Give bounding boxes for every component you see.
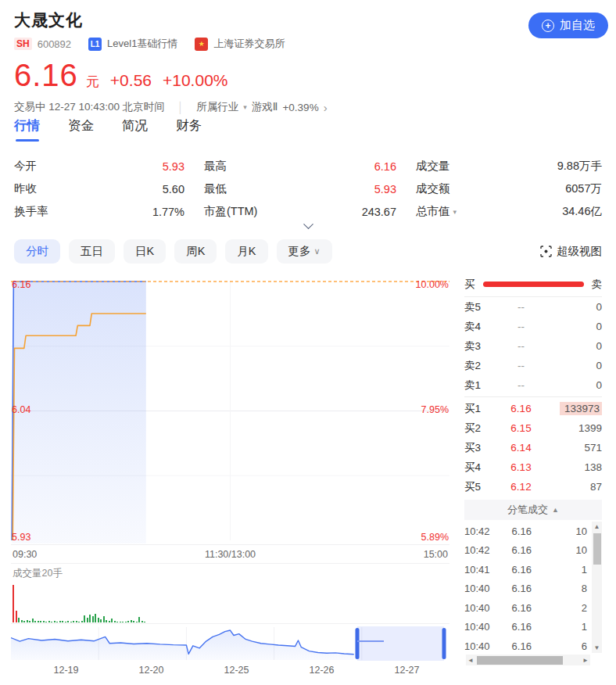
overview-dates: 12-1912-2012-2512-2612-27	[23, 665, 449, 676]
stat-label[interactable]: 总市值▾	[416, 204, 457, 219]
caret-down-icon[interactable]: ▾	[453, 208, 457, 216]
stat-value: 1.77%	[152, 206, 184, 218]
tick-row: 10:406.161	[464, 618, 590, 637]
stat-row: 最低5.93	[204, 178, 396, 200]
volume-bar	[65, 622, 66, 622]
horizontal-scrollbar[interactable]: ◄ ►	[466, 655, 590, 665]
volume-bar	[56, 622, 58, 622]
tick-section-label: 分笔成交	[507, 503, 548, 517]
add-watchlist-button[interactable]: + 加自选	[528, 13, 608, 38]
volume-bar	[54, 621, 56, 622]
stock-code: 600892	[38, 38, 71, 50]
volume-bar	[70, 622, 72, 622]
divider	[464, 396, 602, 397]
minute-chart[interactable]: 6.16 10.00% 6.04 7.95% 5.93 5.89%	[11, 275, 449, 545]
horizontal-scroll-thumb[interactable]	[477, 656, 563, 665]
sell-row-卖1[interactable]: 卖1--0	[464, 375, 602, 395]
overview-chart[interactable]	[11, 626, 449, 662]
industry-name[interactable]: 游戏Ⅱ	[252, 100, 278, 114]
period-pills: 分时五日日K周K月K更多∨	[14, 239, 332, 264]
volume-bar	[138, 617, 140, 622]
volume-bar	[98, 618, 99, 622]
volume-bar	[92, 616, 94, 622]
sell-row-卖4[interactable]: 卖4--0	[464, 317, 602, 336]
quote-level-label: Level1基础行情	[107, 37, 177, 51]
chevron-down-icon	[303, 219, 313, 229]
time-tick: 15:00	[424, 549, 448, 560]
tick-section-toggle[interactable]: 分笔成交 ▲	[464, 500, 602, 520]
superview-button[interactable]: 超级视图	[540, 244, 602, 259]
period-pill-日K[interactable]: 日K	[124, 239, 166, 264]
volume-bar	[59, 621, 61, 622]
brush-selection[interactable]	[357, 626, 444, 661]
buy-row-买2[interactable]: 买26.151399	[464, 418, 602, 438]
price-change-pct: +10.00%	[163, 71, 228, 90]
volume-bar	[131, 620, 132, 622]
scroll-up-icon[interactable]: ▲	[592, 522, 602, 532]
scroll-right-icon[interactable]: ►	[581, 655, 590, 665]
chevron-right-icon[interactable]: ›	[324, 101, 328, 114]
brush-handle-right[interactable]	[442, 628, 446, 659]
superview-label: 超级视图	[557, 244, 602, 259]
china-flag-icon: ★	[195, 38, 208, 51]
stock-detail-page: 大晟文化 SH 600892 L1 Level1基础行情 ★ 上海证券交易所 +…	[0, 0, 616, 685]
date-tick: 12-26	[279, 665, 364, 676]
header: 大晟文化 SH 600892 L1 Level1基础行情 ★ 上海证券交易所	[14, 9, 602, 51]
scroll-left-icon[interactable]: ◄	[466, 655, 475, 665]
scroll-down-icon[interactable]: ▼	[592, 643, 602, 653]
stat-value: 9.88万手	[557, 159, 602, 174]
stat-row: 成交额6057万	[416, 178, 602, 200]
period-pill-月K[interactable]: 月K	[225, 239, 267, 264]
y-label-bottom-left: 5.93	[12, 532, 30, 543]
tick-row: 10:426.1610	[464, 522, 590, 541]
tab-简况[interactable]: 简况	[122, 117, 148, 142]
order-book-panel: 买 卖 卖5--0卖4--0卖3--0卖2--0卖1--0 买16.161339…	[464, 272, 602, 665]
stat-row: 成交量9.88万手	[416, 155, 602, 178]
sell-row-卖5[interactable]: 卖5--0	[464, 297, 602, 317]
period-pill-label: 日K	[135, 244, 154, 259]
expand-stats-button[interactable]	[298, 220, 318, 232]
date-tick: 12-25	[194, 665, 279, 676]
period-row: 分时五日日K周K月K更多∨ 超级视图	[14, 239, 602, 264]
sell-label: 卖	[592, 278, 603, 292]
volume-pane[interactable]: 成交量20手	[11, 564, 449, 624]
stat-value: 6057万	[565, 181, 602, 196]
period-pill-更多[interactable]: 更多∨	[277, 239, 332, 264]
buy-row-买1[interactable]: 买16.16133973	[464, 399, 602, 418]
vertical-scroll-thumb[interactable]	[593, 533, 601, 565]
volume-bar	[27, 620, 28, 622]
tab-行情[interactable]: 行情	[14, 117, 40, 142]
volume-bar	[73, 621, 74, 622]
volume-bar	[67, 621, 69, 622]
volume-bar	[141, 621, 143, 622]
volume-bar	[133, 621, 134, 622]
tab-财务[interactable]: 财务	[176, 117, 202, 142]
volume-bar	[18, 618, 20, 622]
sell-row-卖3[interactable]: 卖3--0	[464, 336, 602, 356]
period-pill-周K[interactable]: 周K	[174, 239, 217, 264]
period-pill-分时[interactable]: 分时	[14, 239, 60, 264]
volume-bar	[109, 621, 110, 622]
volume-bar	[127, 621, 129, 622]
period-pill-五日[interactable]: 五日	[69, 239, 115, 264]
tab-资金[interactable]: 资金	[68, 117, 94, 142]
volume-bar	[87, 618, 88, 622]
stats-grid: 今开5.93昨收5.60换手率1.77%最高6.16最低5.93市盈(TTM)2…	[14, 155, 602, 223]
buy-row-买3[interactable]: 买36.14571	[464, 438, 602, 457]
volume-bar	[43, 621, 45, 622]
buy-row-买4[interactable]: 买46.13138	[464, 457, 602, 477]
volume-bar	[111, 619, 113, 622]
buy-row-买5[interactable]: 买56.1287	[464, 477, 602, 497]
brush-handle-left[interactable]	[356, 628, 360, 659]
volume-bar	[32, 619, 34, 622]
volume-bar	[45, 622, 47, 622]
sell-row-卖2[interactable]: 卖2--0	[464, 356, 602, 375]
industry-label[interactable]: 所属行业	[196, 100, 238, 114]
vertical-scrollbar[interactable]: ▲ ▼	[592, 522, 602, 653]
brush-mid-line	[357, 640, 384, 642]
buy-sell-ratio-bar	[483, 282, 584, 287]
sell-levels: 卖5--0卖4--0卖3--0卖2--0卖1--0	[464, 297, 602, 395]
stat-row: 换手率1.77%	[14, 200, 184, 223]
volume-bar	[48, 621, 50, 622]
price-block: 6.16 元 +0.56 +10.00% 交易中 12-27 10:43:00 …	[14, 58, 602, 114]
